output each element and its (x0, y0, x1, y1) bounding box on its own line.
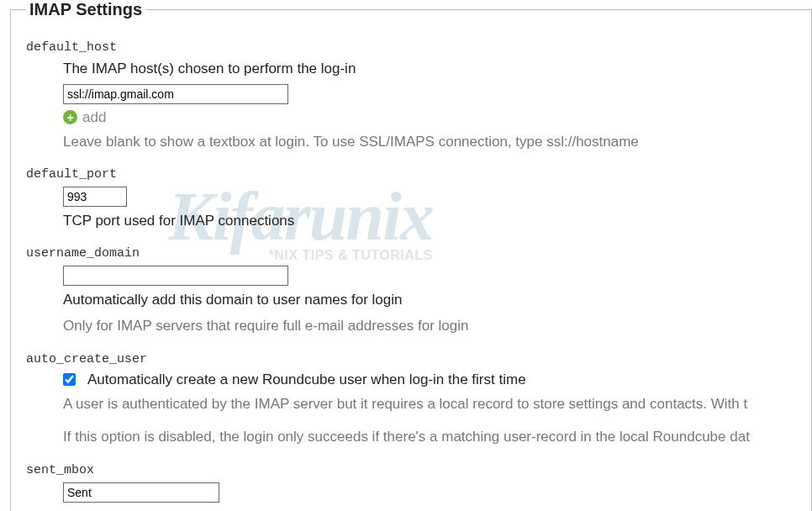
imap-settings-fieldset: IMAP Settings default_host The IMAP host… (10, 0, 812, 511)
sent-mbox-input[interactable] (63, 482, 219, 503)
setting-sent-mbox: sent_mbox (26, 463, 796, 503)
setting-key-sent-mbox: sent_mbox (26, 463, 796, 477)
default-port-input[interactable] (63, 187, 127, 207)
auto-create-user-label: Automatically create a new Roundcube use… (87, 371, 526, 388)
username-domain-hint: Only for IMAP servers that require full … (63, 315, 796, 337)
setting-username-domain: username_domain Automatically add this d… (26, 246, 796, 336)
add-host-button[interactable]: + add (63, 109, 796, 126)
add-host-label: add (82, 109, 106, 126)
setting-key-username-domain: username_domain (26, 246, 796, 261)
setting-default-port: default_port TCP port used for IMAP conn… (26, 167, 796, 231)
username-domain-input[interactable] (63, 266, 288, 286)
username-domain-description: Automatically add this domain to user na… (63, 291, 796, 310)
setting-key-default-host: default_host (26, 40, 796, 55)
auto-create-user-hint2: If this option is disabled, the login on… (63, 426, 796, 448)
default-host-hint: Leave blank to show a textbox at login. … (63, 131, 796, 153)
setting-default-host: default_host The IMAP host(s) chosen to … (26, 40, 796, 152)
plus-circle-icon: + (63, 110, 77, 124)
setting-auto-create-user: auto_create_user Automatically create a … (26, 352, 796, 448)
default-host-description: The IMAP host(s) chosen to perform the l… (63, 60, 796, 79)
auto-create-user-checkbox[interactable] (63, 373, 76, 386)
default-host-input[interactable] (63, 84, 288, 104)
default-port-description: TCP port used for IMAP connections (63, 212, 796, 231)
setting-key-default-port: default_port (26, 167, 796, 182)
auto-create-user-hint1: A user is authenticated by the IMAP serv… (63, 393, 796, 415)
setting-key-auto-create-user: auto_create_user (26, 352, 796, 366)
fieldset-legend: IMAP Settings (26, 0, 145, 19)
